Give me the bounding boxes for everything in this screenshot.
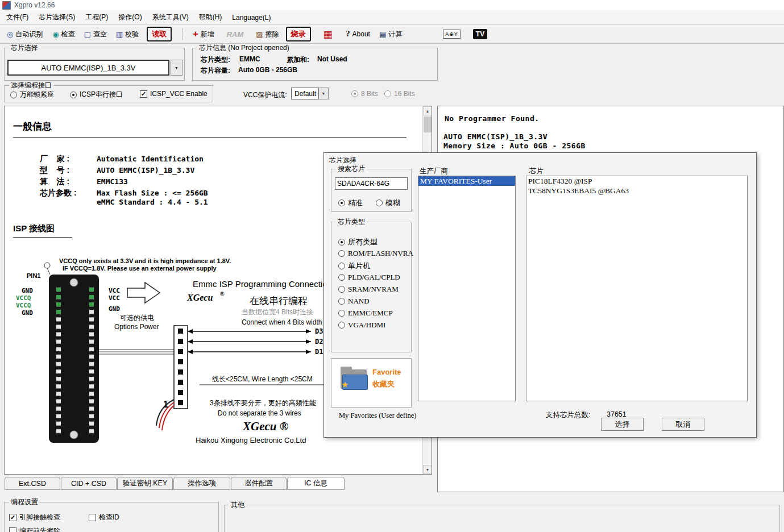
check-button[interactable]: ◉ 检查 <box>52 30 74 39</box>
search-fuzzy-label: 模糊 <box>385 198 400 208</box>
blank-check-button[interactable]: ▢ 查空 <box>84 30 107 39</box>
chip-type-all[interactable]: 所有类型 <box>338 237 378 247</box>
program-button[interactable]: 烧录 <box>286 27 311 41</box>
menu-operation[interactable]: 操作(O) <box>113 10 147 24</box>
search-group: 搜索芯片 精准 模糊 <box>331 169 412 212</box>
wire-length-note: 线长<25CM, Wire Length <25CM <box>212 375 313 383</box>
vcc-current-dropdown-button[interactable]: ▼ <box>318 88 329 99</box>
bits8-radio[interactable]: 8 Bits <box>351 90 378 98</box>
tab-cid-csd[interactable]: CID + CSD <box>61 477 117 490</box>
chip-item-tc58nyg1s3ebai5[interactable]: TC58NYG1S3EBAI5 @BGA63 <box>526 186 747 196</box>
menubar: 文件(F) 芯片选择(S) 工程(P) 操作(O) 系统工具(V) 帮助(H) … <box>0 10 784 25</box>
radio-icon <box>338 274 345 281</box>
chip-list[interactable]: PIC18LF4320 @ISP TC58NYG1S3EBAI5 @BGA63 <box>526 176 748 401</box>
radio-icon <box>338 286 345 293</box>
auto-identify-icon: ◎ <box>7 31 13 38</box>
add-button[interactable]: + 新增 <box>193 30 214 39</box>
icsp-port-radio[interactable]: ICSP串行接口 <box>70 90 123 99</box>
chip-info-legend: 芯片信息 (No Project opened) <box>197 44 291 52</box>
ram-button[interactable]: RAM <box>227 30 244 39</box>
erase-before-program-checkbox[interactable]: 编程前先擦除 <box>9 526 60 532</box>
tab-verify-key[interactable]: 验证密钥.KEY <box>117 477 173 490</box>
logic-test-button[interactable]: A⊕Y <box>443 30 461 39</box>
chip-select-combo[interactable]: AUTO EMMC(ISP)_1B_3.3V <box>7 60 169 76</box>
read-button[interactable]: 读取 <box>147 27 172 41</box>
blank-check-icon: ▢ <box>84 31 91 38</box>
app-icon <box>2 1 11 10</box>
bits8-label: 8 Bits <box>361 90 378 98</box>
chip-map-button[interactable]: ▦ <box>323 31 333 38</box>
vccq-label: VCCQ <box>16 302 31 309</box>
tab-ic-info[interactable]: IC 信息 <box>287 477 345 490</box>
chip-type-sram[interactable]: SRAM/NVRAM <box>338 285 399 294</box>
erase-button[interactable]: ▨ 擦除 <box>256 30 279 39</box>
about-button[interactable]: ? About <box>346 30 370 39</box>
company-name: Haikou Xingong Electronic Co,Ltd <box>196 436 306 444</box>
checksum-value: Not Used <box>317 55 347 63</box>
search-exact-radio[interactable]: 精准 <box>338 198 363 208</box>
favorites-folder-icon: ★ <box>341 367 369 392</box>
icsp-port-label: ICSP串行接口 <box>80 90 123 99</box>
menu-language[interactable]: Language(L) <box>227 11 276 24</box>
chip-type-vga[interactable]: VGA/HDMI <box>338 321 385 330</box>
chip-info-group: 芯片信息 (No Project opened) 芯片类型: EMMC 累加和:… <box>192 48 438 81</box>
chip-type-nand[interactable]: NAND <box>338 297 370 306</box>
menu-file[interactable]: 文件(F) <box>1 10 34 24</box>
vcc-current-combo[interactable]: Default <box>291 88 318 99</box>
chip-type-rom-flash[interactable]: ROM/FLASH/NVRA <box>338 249 413 258</box>
log-line-3: Memory Size : Auto 0GB - 256GB <box>443 142 586 150</box>
app-window: Xgpro v12.66 文件(F) 芯片选择(S) 工程(P) 操作(O) 系… <box>0 0 784 532</box>
vcc-label: VCC <box>109 294 120 302</box>
verify-button[interactable]: ▥ 校验 <box>116 30 139 39</box>
check-label: 检查 <box>61 30 75 39</box>
pin-contact-check-checkbox[interactable]: ✓ 引脚接触检查 <box>9 513 60 522</box>
menu-help[interactable]: 帮助(H) <box>194 10 227 24</box>
universal-socket-radio[interactable]: 万能锁紧座 <box>10 90 54 99</box>
vcc-current-label: VCC保护电流: <box>243 90 287 100</box>
tv-out-button[interactable]: TV <box>473 29 487 39</box>
chip-type-mcu[interactable]: 单片机 <box>338 261 370 271</box>
gnd-label: GND <box>22 309 33 317</box>
calculator-button[interactable]: ▤ 计算 <box>379 30 402 39</box>
cancel-button[interactable]: 取消 <box>662 418 704 431</box>
chip-item-pic18lf4320[interactable]: PIC18LF4320 @ISP <box>526 176 747 186</box>
scroll-up-button[interactable]: ▲ <box>423 106 432 115</box>
log-line-2: AUTO EMMC(ISP)_1B_3.3V <box>443 132 547 141</box>
options-power-en: Options Power <box>114 323 159 331</box>
tab-device-config[interactable]: 器件配置 <box>231 477 287 490</box>
ribbon-cable <box>99 350 174 354</box>
radio-icon <box>70 92 77 98</box>
interface-group: 选择编程接口 万能锁紧座 ICSP串行接口 ✓ ICSP_VCC Enable <box>4 85 213 102</box>
icsp-vcc-enable-checkbox[interactable]: ✓ ICSP_VCC Enable <box>140 90 208 98</box>
scroll-thumb[interactable] <box>424 117 432 132</box>
manufacturer-list[interactable]: MY FAVORITES-User <box>418 176 516 401</box>
vccq-note-line2: IF VCCQ=1.8V. Please use an external pow… <box>63 265 217 272</box>
menu-project[interactable]: 工程(P) <box>80 10 113 24</box>
calculator-icon: ▤ <box>379 31 386 38</box>
select-button[interactable]: 选择 <box>601 418 644 431</box>
tab-operation-options[interactable]: 操作选项 <box>173 477 230 490</box>
chip-type-pld[interactable]: PLD/GAL/CPLD <box>338 273 400 282</box>
favorites-footer-note: My Favorites (User define) <box>339 412 416 420</box>
check-icon: ◉ <box>52 31 59 38</box>
dialog-title: 芯片选择 <box>329 156 356 165</box>
scroll-down-button[interactable]: ▼ <box>423 465 432 474</box>
chip-select-dropdown-button[interactable]: ▼ <box>171 60 182 76</box>
manufacturer-item-favorites[interactable]: MY FAVORITES-User <box>418 176 515 186</box>
menu-chip-select[interactable]: 芯片选择(S) <box>34 10 80 24</box>
chip-search-input[interactable] <box>335 177 408 190</box>
menu-system-tools[interactable]: 系统工具(V) <box>147 10 194 24</box>
search-exact-label: 精准 <box>348 198 363 208</box>
favorites-button[interactable]: ★ Favorite 收藏夹 <box>331 358 412 408</box>
bits16-radio[interactable]: 16 Bits <box>384 90 415 98</box>
chip-select-legend: 芯片选择 <box>9 44 40 52</box>
chip-type-emmc[interactable]: EMMC/EMCP <box>338 309 393 318</box>
auto-identify-button[interactable]: ◎ 自动识别 <box>7 30 43 39</box>
bits-note-en: Connect when 4 Bits width <box>242 318 322 326</box>
search-fuzzy-radio[interactable]: 模糊 <box>376 198 400 208</box>
isp-diagram-title: ISP 接线图 <box>13 223 72 238</box>
check-id-checkbox[interactable]: 检查ID <box>89 513 119 522</box>
tab-ext-csd[interactable]: Ext.CSD <box>5 477 60 490</box>
capacity-value: Auto 0GB - 256GB <box>238 66 297 74</box>
chip-type-legend: 芯片类型 <box>336 218 367 226</box>
